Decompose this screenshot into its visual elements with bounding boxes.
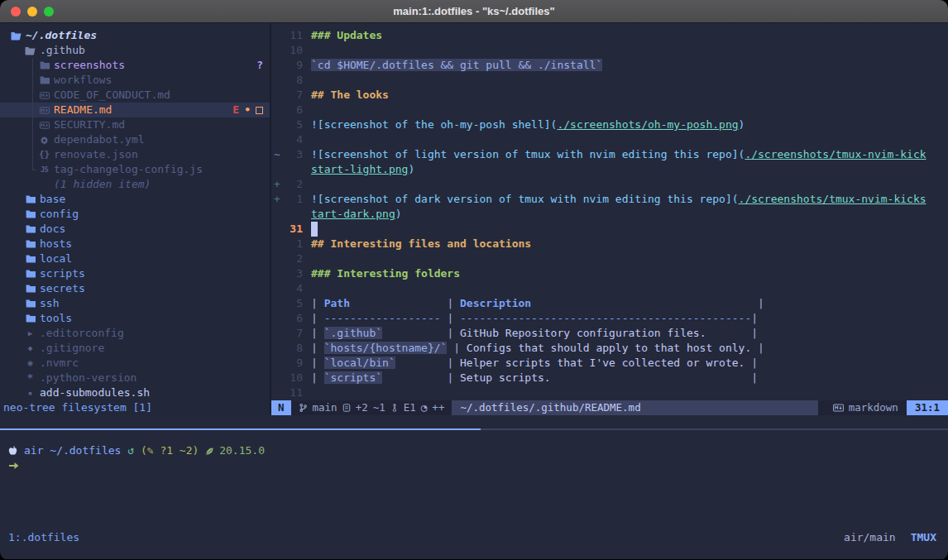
tree-item-hosts[interactable]: hosts bbox=[0, 237, 270, 251]
line-text: | `scripts` | Setup scripts. | bbox=[311, 371, 758, 385]
line-number bbox=[283, 207, 303, 222]
tmux-window-tab[interactable]: 1:.dotfiles bbox=[8, 530, 79, 545]
minimize-button[interactable] bbox=[27, 7, 37, 17]
shell-input-line[interactable] bbox=[8, 458, 948, 473]
editor-line[interactable]: ~3![screenshot of light version of tmux … bbox=[271, 147, 948, 162]
tree-item-local[interactable]: local bbox=[0, 251, 270, 266]
tree-item-.gitignore[interactable]: ◆.gitignore bbox=[0, 341, 270, 356]
tmux-pane-divider[interactable] bbox=[0, 428, 948, 430]
editor-line[interactable]: 8 bbox=[271, 73, 948, 88]
status-badge: E bbox=[232, 103, 239, 117]
tree-item-docs[interactable]: docs bbox=[0, 222, 270, 237]
editor-line[interactable]: 6 bbox=[271, 103, 948, 117]
git-sign bbox=[271, 103, 283, 117]
git-status-counts: ?1 ~2 bbox=[160, 443, 192, 458]
editor-line[interactable]: 1## Interesting files and locations bbox=[271, 237, 948, 251]
tree-item-base[interactable]: base bbox=[0, 192, 270, 207]
syntax-segment: | bbox=[311, 312, 324, 324]
line-text: ![screenshot of light version of tmux wi… bbox=[311, 147, 926, 162]
editor-line[interactable]: 9| `local/bin` | Helper scripts that I'v… bbox=[271, 356, 948, 371]
syntax-segment: ## The looks bbox=[311, 89, 389, 101]
neotree-sidebar[interactable]: ~/.dotfiles.githubscreenshots?workflowsC… bbox=[0, 23, 271, 415]
syntax-segment: | bbox=[745, 327, 758, 339]
folder-icon bbox=[24, 240, 36, 248]
editor-line[interactable]: 9`cd $HOME/.dotfiles && git pull && ./in… bbox=[271, 58, 948, 73]
node-leaf-icon bbox=[205, 447, 214, 456]
folder-icon bbox=[24, 255, 36, 263]
editor-line[interactable]: 3### Interesting folders bbox=[271, 266, 948, 281]
tree-item-.dotfiles[interactable]: ~/.dotfiles bbox=[0, 28, 270, 43]
tree-item-label: .editorconfig bbox=[40, 326, 124, 341]
syntax-segment: GitHub Repository configuration files. bbox=[460, 327, 706, 339]
line-number: 8 bbox=[283, 73, 303, 88]
editor-line[interactable]: tart-dark.png) bbox=[271, 207, 948, 222]
tree-item-readme.md[interactable]: README.mdE• bbox=[0, 103, 270, 117]
git-sign: + bbox=[271, 177, 283, 192]
line-number: 2 bbox=[283, 177, 303, 192]
editor-line[interactable]: 7| `.github` | GitHub Repository configu… bbox=[271, 326, 948, 341]
editor-buffer[interactable]: 11### Updates 10 9`cd $HOME/.dotfiles &&… bbox=[271, 23, 948, 400]
editor-line[interactable]: 4 bbox=[271, 132, 948, 147]
tree-item-renovate.json[interactable]: {}renovate.json bbox=[0, 147, 270, 162]
tree-item-.editorconfig[interactable]: ▶.editorconfig bbox=[0, 326, 270, 341]
tree-item-ssh[interactable]: ssh bbox=[0, 296, 270, 311]
tree-item-label: SECURITY.md bbox=[54, 117, 125, 132]
git-branch-icon bbox=[299, 403, 308, 413]
editor-line[interactable]: +2 bbox=[271, 177, 948, 192]
tree-item-codeofconduct.md[interactable]: CODE_OF_CONDUCT.md bbox=[0, 88, 270, 103]
modified-square-icon bbox=[256, 107, 263, 114]
tree-item-screenshots[interactable]: screenshots? bbox=[0, 58, 270, 73]
git-paren-close: ) bbox=[193, 443, 199, 458]
syntax-segment: ## Interesting files and locations bbox=[311, 237, 531, 250]
tree-item-workflows[interactable]: workflows bbox=[0, 73, 270, 88]
editor-line[interactable]: 5| Path | Description | bbox=[271, 296, 948, 311]
tree-item-.github[interactable]: .github bbox=[0, 43, 270, 58]
tree-item-dependabot.yml[interactable]: dependabot.yml bbox=[0, 132, 270, 147]
editor-line[interactable]: 2 bbox=[271, 251, 948, 266]
buffer-icon bbox=[342, 403, 351, 413]
editor-line[interactable]: 5![screenshot of the oh-my-posh shell](.… bbox=[271, 117, 948, 132]
line-number: 4 bbox=[283, 281, 303, 296]
close-button[interactable] bbox=[11, 7, 21, 17]
tree-item-security.md[interactable]: SECURITY.md bbox=[0, 117, 270, 132]
git-paren-open: ( bbox=[141, 443, 147, 458]
editor-line[interactable]: start-light.png) bbox=[271, 162, 948, 177]
syntax-segment: `hosts/{hostname}/` bbox=[324, 342, 448, 354]
tree-item-scripts[interactable]: scripts bbox=[0, 266, 270, 281]
zoom-button[interactable] bbox=[44, 7, 54, 17]
editor-line[interactable]: 10 bbox=[271, 43, 948, 58]
terminal-pane[interactable]: air ~/.dotfiles ↺ (✎ ?1 ~2) 20.15.0 bbox=[0, 430, 948, 473]
tree-item-config[interactable]: config bbox=[0, 207, 270, 222]
tree-item-tag-changelog-config.js[interactable]: JStag-changelog-config.js bbox=[0, 162, 270, 177]
editor-line[interactable]: 4 bbox=[271, 281, 948, 296]
editor-line[interactable]: 11 bbox=[271, 385, 948, 400]
tree-item-.python-version[interactable]: *.python-version bbox=[0, 371, 270, 385]
syntax-segment: | bbox=[751, 297, 764, 309]
syntax-segment: ) bbox=[395, 208, 402, 220]
tree-item-secrets[interactable]: secrets bbox=[0, 281, 270, 296]
status-badge: • bbox=[244, 103, 251, 117]
clock-icon: ◔ bbox=[421, 400, 428, 415]
editor-line[interactable]: 31 bbox=[271, 222, 948, 237]
js-icon: JS bbox=[38, 162, 50, 177]
file-tree: ~/.dotfiles.githubscreenshots?workflowsC… bbox=[0, 28, 270, 400]
line-number: 1 bbox=[283, 237, 303, 251]
folder-icon bbox=[24, 299, 36, 308]
syntax-segment: | bbox=[751, 312, 758, 324]
tree-item-add-submodules.sh[interactable]: ▪add-submodules.sh bbox=[0, 385, 270, 400]
editor-line[interactable]: 6| ------------------ | ----------------… bbox=[271, 311, 948, 326]
tree-item-tools[interactable]: tools bbox=[0, 311, 270, 326]
syntax-segment: ./screenshots/tmux-nvim-kick bbox=[745, 148, 926, 160]
folder-icon bbox=[24, 314, 36, 323]
editor-line[interactable]: 7## The looks bbox=[271, 88, 948, 103]
editor-line[interactable]: 10| `scripts` | Setup scripts. | bbox=[271, 371, 948, 385]
syntax-segment: ) bbox=[739, 118, 745, 131]
line-number: 11 bbox=[283, 385, 303, 400]
editor-line[interactable]: 8| `hosts/{hostname}/` | Configs that sh… bbox=[271, 341, 948, 356]
editor-line[interactable]: +1![screenshot of dark version of tmux w… bbox=[271, 192, 948, 207]
line-number: 9 bbox=[283, 356, 303, 371]
editor-line[interactable]: 11### Updates bbox=[271, 28, 948, 43]
tree-item-1hiddenitem[interactable]: (1 hidden item) bbox=[0, 177, 270, 192]
pencil-icon: ✎ bbox=[147, 443, 154, 458]
tree-item-.nvmrc[interactable]: ◉.nvmrc bbox=[0, 356, 270, 371]
